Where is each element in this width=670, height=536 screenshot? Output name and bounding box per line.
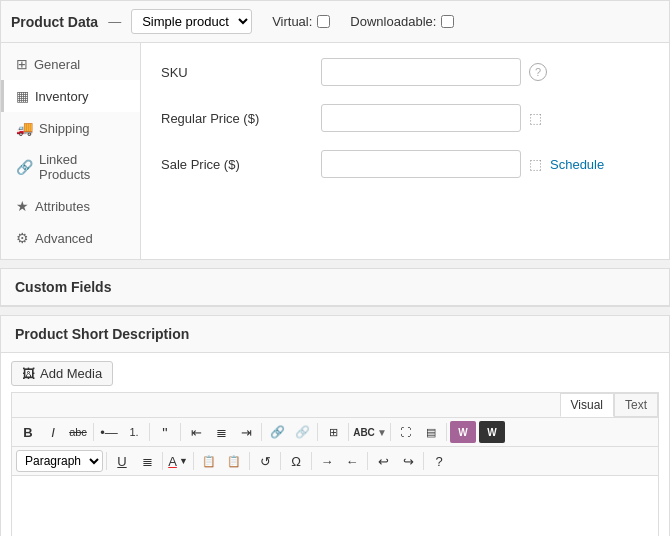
blockquote-button[interactable]: " — [153, 421, 177, 443]
sale-price-row: Sale Price ($) ⬚ Schedule — [161, 150, 649, 178]
sale-price-input[interactable] — [321, 150, 521, 178]
downloadable-checkbox[interactable] — [441, 15, 454, 28]
bold-button[interactable]: B — [16, 421, 40, 443]
woo-button-1[interactable]: W — [450, 421, 476, 443]
woo-button-2[interactable]: W — [479, 421, 505, 443]
paste-word-button[interactable]: 📋 — [197, 450, 221, 472]
sep6 — [348, 423, 349, 441]
advanced-icon: ⚙ — [16, 230, 29, 246]
sku-input[interactable] — [321, 58, 521, 86]
sidebar-item-shipping[interactable]: 🚚 Shipping — [1, 112, 140, 144]
inventory-icon: ▦ — [16, 88, 29, 104]
regular-price-input[interactable] — [321, 104, 521, 132]
product-type-select[interactable]: Simple product — [131, 9, 252, 34]
sep12 — [249, 452, 250, 470]
product-data-title: Product Data — [11, 14, 98, 30]
regular-price-input-wrap: ⬚ — [321, 104, 542, 132]
add-media-button[interactable]: 🖼 Add Media — [11, 361, 113, 386]
outdent-button[interactable]: ← — [340, 450, 364, 472]
omega-button[interactable]: Ω — [284, 450, 308, 472]
sale-price-spinner-icon: ⬚ — [529, 156, 542, 172]
font-color-button[interactable]: A ▼ — [166, 450, 190, 472]
align-left-button[interactable]: ⇤ — [184, 421, 208, 443]
product-data-header: Product Data — Simple product Virtual: D… — [1, 1, 669, 43]
table-row-button[interactable]: ▤ — [419, 421, 443, 443]
sidebar-item-advanced-label: Advanced — [35, 231, 93, 246]
sep7 — [390, 423, 391, 441]
attributes-icon: ★ — [16, 198, 29, 214]
shipping-icon: 🚚 — [16, 120, 33, 136]
regular-price-row: Regular Price ($) ⬚ — [161, 104, 649, 132]
product-data-section: Product Data — Simple product Virtual: D… — [0, 0, 670, 260]
sidebar-item-linked-products[interactable]: 🔗 Linked Products — [1, 144, 140, 190]
indent-button[interactable]: → — [315, 450, 339, 472]
sku-input-wrap: ? — [321, 58, 547, 86]
tab-visual[interactable]: Visual — [560, 393, 614, 417]
toolbar-row-1: B I abc •— 1. " ⇤ ≣ ⇥ 🔗 🔗 ⊞ ABC ▼ ⛶ ▤ W — [11, 417, 659, 446]
sidebar-item-attributes[interactable]: ★ Attributes — [1, 190, 140, 222]
align-right-button[interactable]: ⇥ — [234, 421, 258, 443]
sep11 — [193, 452, 194, 470]
insert-table-button[interactable]: ⊞ — [321, 421, 345, 443]
sidebar-nav: ⊞ General ▦ Inventory 🚚 Shipping 🔗 Linke… — [1, 43, 141, 259]
fullscreen-button[interactable]: ⛶ — [394, 421, 418, 443]
spell-check-button[interactable]: ABC — [352, 421, 376, 443]
sku-row: SKU ? — [161, 58, 649, 86]
help-button[interactable]: ? — [427, 450, 451, 472]
virtual-checkbox-group: Virtual: — [272, 14, 330, 29]
schedule-link[interactable]: Schedule — [550, 157, 604, 172]
virtual-checkbox[interactable] — [317, 15, 330, 28]
remove-link-button[interactable]: 🔗 — [290, 421, 314, 443]
editor-view-tabs: Visual Text — [560, 393, 658, 417]
virtual-label: Virtual: — [272, 14, 312, 29]
sep9 — [106, 452, 107, 470]
sidebar-item-general[interactable]: ⊞ General — [1, 48, 140, 80]
custom-fields-header: Custom Fields — [1, 269, 669, 306]
paragraph-select[interactable]: Paragraph — [16, 450, 103, 472]
strikethrough-button[interactable]: abc — [66, 421, 90, 443]
sep3 — [180, 423, 181, 441]
sep2 — [149, 423, 150, 441]
unordered-list-button[interactable]: •— — [97, 421, 121, 443]
redo-button[interactable]: ↪ — [396, 450, 420, 472]
short-description-section: Product Short Description 🖼 Add Media Vi… — [0, 315, 670, 536]
toolbar-row-2: Paragraph U ≣ A ▼ 📋 📋 ↺ Ω → ← ↩ ↪ ? — [11, 446, 659, 476]
sep1 — [93, 423, 94, 441]
align-center-button[interactable]: ≣ — [209, 421, 233, 443]
linked-products-icon: 🔗 — [16, 159, 33, 175]
general-icon: ⊞ — [16, 56, 28, 72]
sale-price-label: Sale Price ($) — [161, 157, 321, 172]
sale-price-input-wrap: ⬚ Schedule — [321, 150, 604, 178]
sidebar-item-linked-label: Linked Products — [39, 152, 128, 182]
editor-content-area[interactable] — [11, 476, 659, 536]
justify-button[interactable]: ≣ — [135, 450, 159, 472]
sep8 — [446, 423, 447, 441]
italic-button[interactable]: I — [41, 421, 65, 443]
underline-button[interactable]: U — [110, 450, 134, 472]
sidebar-item-advanced[interactable]: ⚙ Advanced — [1, 222, 140, 254]
undo-button[interactable]: ↩ — [371, 450, 395, 472]
add-media-label: Add Media — [40, 366, 102, 381]
product-data-body: ⊞ General ▦ Inventory 🚚 Shipping 🔗 Linke… — [1, 43, 669, 259]
editor-area: 🖼 Add Media Visual Text B I abc •— 1. " … — [1, 353, 669, 536]
spell-dropdown-icon[interactable]: ▼ — [377, 427, 387, 438]
sku-label: SKU — [161, 65, 321, 80]
paste-plain-button[interactable]: 📋 — [222, 450, 246, 472]
sep16 — [423, 452, 424, 470]
regular-price-label: Regular Price ($) — [161, 111, 321, 126]
insert-link-button[interactable]: 🔗 — [265, 421, 289, 443]
sidebar-item-inventory[interactable]: ▦ Inventory — [1, 80, 140, 112]
sep10 — [162, 452, 163, 470]
clear-formatting-button[interactable]: ↺ — [253, 450, 277, 472]
sku-help-icon[interactable]: ? — [529, 63, 547, 81]
tab-text[interactable]: Text — [614, 393, 658, 417]
sep4 — [261, 423, 262, 441]
custom-fields-section: Custom Fields — [0, 268, 670, 307]
sidebar-item-general-label: General — [34, 57, 80, 72]
ordered-list-button[interactable]: 1. — [122, 421, 146, 443]
sep14 — [311, 452, 312, 470]
short-description-title: Product Short Description — [1, 316, 669, 353]
sep5 — [317, 423, 318, 441]
regular-price-spinner-icon: ⬚ — [529, 110, 542, 126]
sidebar-item-shipping-label: Shipping — [39, 121, 90, 136]
